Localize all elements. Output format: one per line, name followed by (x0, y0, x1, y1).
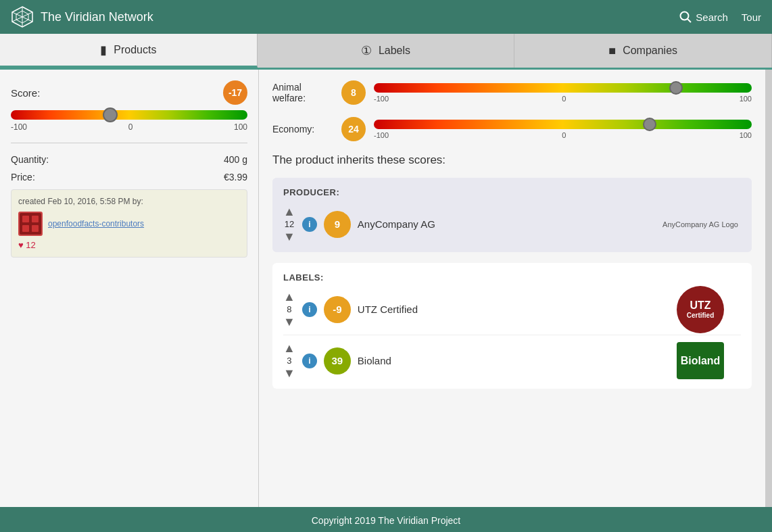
score-row: Score: -17 (11, 80, 247, 105)
building-icon: ■ (608, 44, 616, 58)
avatar-image (20, 213, 41, 235)
meta-box: created Feb 10, 2016, 5:58 PM by: openfo… (11, 189, 247, 258)
header-actions: Search Tour (679, 11, 761, 23)
bioland-vote-count: 3 (287, 356, 291, 366)
main-layout: Score: -17 -100 0 100 Quantity: 400 g Pr… (0, 70, 772, 507)
price-row: Price: €3.99 (11, 172, 247, 183)
score-label: Score: (11, 87, 40, 99)
bioland-vote: ▲ 3 ▼ (283, 342, 295, 379)
utz-logo-area: UTZ Certified (660, 291, 741, 328)
quantity-label: Quantity: (11, 154, 49, 165)
svg-rect-10 (22, 225, 29, 232)
utz-logo: UTZ Certified (677, 286, 724, 333)
tour-button[interactable]: Tour (742, 11, 761, 23)
tab-products[interactable]: ▮ Products (0, 34, 258, 68)
avatar (18, 212, 43, 236)
quantity-row: Quantity: 400 g (11, 154, 247, 165)
animal-welfare-badge: 8 (341, 80, 366, 105)
labels-title: LABELS: (283, 272, 741, 283)
main-content: Animal welfare: 8 -100 0 100 Economy: 24 (259, 70, 765, 507)
divider (11, 143, 247, 143)
producer-vote-count: 12 (285, 219, 294, 229)
bioland-info-button[interactable]: i (302, 354, 317, 368)
producer-vote-down[interactable]: ▼ (283, 231, 295, 243)
economy-label: Economy: (272, 124, 333, 135)
producer-name: AnyCompany AG (358, 218, 653, 230)
site-title: The Viridian Network (41, 10, 153, 24)
utz-vote-count: 8 (287, 304, 291, 314)
utz-name: UTZ Certified (358, 304, 653, 315)
bioland-vote-up[interactable]: ▲ (283, 342, 295, 354)
bioland-vote-down[interactable]: ▼ (283, 367, 295, 379)
utz-vote: ▲ 8 ▼ (283, 291, 295, 328)
sidebar: Score: -17 -100 0 100 Quantity: 400 g Pr… (0, 70, 259, 507)
bioland-score-badge: 39 (324, 347, 351, 374)
animal-welfare-range: -100 0 100 (374, 95, 752, 103)
inherits-title: The product inherits these scores: (272, 153, 752, 167)
footer: Copyright 2019 The Viridian Project (0, 507, 772, 532)
footer-text: Copyright 2019 The Viridian Project (312, 515, 461, 526)
score-slider: -100 0 100 (11, 110, 247, 132)
animal-welfare-bar (374, 83, 752, 93)
animal-welfare-thumb (669, 81, 683, 95)
score-slider-thumb (103, 107, 118, 122)
animal-welfare-row: Animal welfare: 8 -100 0 100 (272, 80, 752, 105)
utz-vote-up[interactable]: ▲ (283, 291, 295, 303)
nav-tabs: ▮ Products ① Labels ■ Companies (0, 34, 772, 70)
label-item-utz: ▲ 8 ▼ i -9 UTZ Certified UTZ Certified (283, 291, 741, 335)
producer-box: PRODUCER: ▲ 12 ▼ i 9 AnyCompany AG AnyCo… (272, 178, 752, 252)
producer-vote: ▲ 12 ▼ (283, 205, 295, 243)
utz-score-badge: -9 (324, 296, 351, 323)
label-item-bioland: ▲ 3 ▼ i 39 Bioland Bioland (283, 342, 741, 379)
bioland-logo-area: Bioland (660, 342, 741, 379)
meta-created: created Feb 10, 2016, 5:58 PM by: (18, 197, 240, 206)
producer-vote-up[interactable]: ▲ (283, 205, 295, 218)
bioland-name: Bioland (358, 355, 653, 366)
search-button[interactable]: Search (679, 11, 728, 23)
utz-vote-down[interactable]: ▼ (283, 316, 295, 328)
award-icon: ① (361, 43, 372, 58)
score-slider-bar (11, 110, 247, 120)
svg-point-5 (681, 12, 689, 20)
meta-likes: ♥ 12 (18, 240, 240, 250)
price-value: €3.99 (224, 172, 247, 183)
economy-range: -100 0 100 (374, 131, 752, 139)
svg-rect-8 (22, 216, 29, 222)
tab-labels[interactable]: ① Labels (258, 34, 515, 68)
utz-info-button[interactable]: i (302, 302, 317, 317)
economy-thumb (643, 118, 656, 131)
scrollbar[interactable] (765, 70, 772, 507)
producer-score-badge: 9 (324, 211, 351, 238)
bioland-logo: Bioland (677, 342, 724, 379)
animal-welfare-label: Animal welfare: (272, 82, 333, 103)
header-logo: The Viridian Network (11, 5, 679, 28)
score-badge: -17 (223, 80, 247, 105)
economy-slider: -100 0 100 (374, 120, 752, 139)
producer-item: ▲ 12 ▼ i 9 AnyCompany AG AnyCompany AG L… (283, 205, 741, 243)
score-range-labels: -100 0 100 (11, 122, 247, 132)
price-label: Price: (11, 172, 35, 183)
animal-welfare-slider: -100 0 100 (374, 83, 752, 103)
economy-row: Economy: 24 -100 0 100 (272, 117, 752, 141)
svg-line-6 (687, 19, 691, 22)
score-section: Score: -17 -100 0 100 (11, 80, 247, 132)
labels-box: LABELS: ▲ 8 ▼ i -9 UTZ Certified UTZ Cer… (272, 263, 752, 389)
svg-rect-11 (32, 225, 39, 232)
cube-icon: ▮ (100, 43, 107, 57)
quantity-value: 400 g (224, 154, 247, 165)
viridian-logo-icon (11, 5, 34, 28)
producer-info-button[interactable]: i (302, 217, 317, 232)
economy-bar (374, 120, 752, 129)
header: The Viridian Network Search Tour (0, 0, 772, 34)
tab-companies[interactable]: ■ Companies (514, 34, 772, 68)
producer-title: PRODUCER: (283, 187, 741, 197)
meta-username[interactable]: openfoodfacts-contributors (48, 219, 144, 228)
producer-logo: AnyCompany AG Logo (660, 205, 741, 243)
search-icon (679, 11, 692, 23)
economy-badge: 24 (341, 117, 366, 141)
svg-rect-9 (32, 216, 39, 222)
